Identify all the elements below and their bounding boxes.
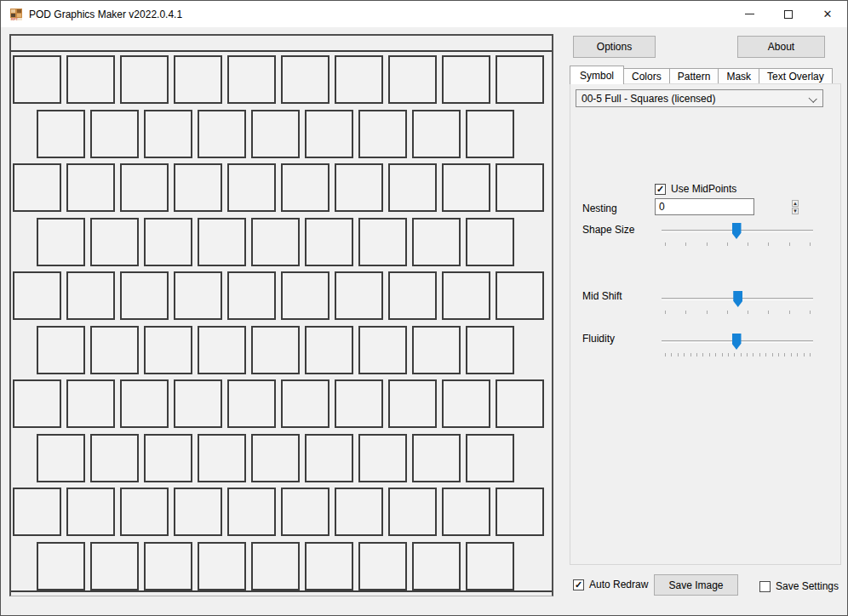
pattern-square bbox=[120, 488, 169, 536]
mid-shift-slider[interactable] bbox=[660, 291, 815, 317]
slider-tick bbox=[765, 353, 766, 356]
tab-symbol[interactable]: Symbol bbox=[570, 66, 624, 84]
pattern-square bbox=[496, 271, 544, 320]
pattern-square bbox=[13, 488, 61, 536]
spin-down-icon[interactable]: ▼ bbox=[792, 208, 799, 214]
slider-tick bbox=[715, 353, 716, 356]
pattern-square bbox=[496, 55, 544, 104]
slider-tick bbox=[768, 311, 769, 314]
pattern-square bbox=[174, 271, 222, 320]
pattern-square bbox=[174, 55, 222, 104]
pattern-square bbox=[13, 379, 61, 428]
tab-mask[interactable]: Mask bbox=[718, 68, 759, 84]
slider-tick bbox=[734, 353, 735, 356]
pattern-square bbox=[198, 326, 246, 374]
nesting-spin-buttons: ▲ ▼ bbox=[791, 199, 799, 214]
shape-size-slider[interactable] bbox=[660, 223, 815, 248]
slider-tick bbox=[797, 353, 798, 356]
use-midpoints-label: Use MidPoints bbox=[671, 183, 736, 195]
slider-tick bbox=[722, 353, 723, 356]
pattern-square bbox=[358, 110, 407, 158]
pattern-square bbox=[66, 55, 115, 104]
pattern-square bbox=[198, 218, 246, 266]
pod-app-icon: RPT bbox=[9, 8, 23, 21]
save-image-button-label: Save Image bbox=[668, 579, 723, 591]
nesting-input[interactable] bbox=[656, 199, 791, 214]
pattern-row bbox=[37, 326, 552, 374]
pattern-square bbox=[466, 326, 514, 374]
squares-pattern bbox=[11, 52, 552, 590]
about-button[interactable]: About bbox=[737, 36, 825, 58]
minimize-icon[interactable] bbox=[730, 1, 769, 27]
pattern-square bbox=[227, 488, 276, 536]
tab-text-overlay[interactable]: Text Overlay bbox=[759, 68, 833, 84]
mid-shift-slider-thumb[interactable] bbox=[733, 291, 742, 307]
pattern-square bbox=[174, 488, 222, 536]
shape-size-slider-thumb[interactable] bbox=[732, 223, 742, 239]
slider-tick bbox=[791, 353, 792, 356]
pattern-square bbox=[412, 542, 461, 590]
maximize-icon[interactable] bbox=[769, 1, 808, 27]
pattern-square bbox=[281, 271, 329, 320]
slider-tick bbox=[690, 353, 691, 356]
canvas-top-strip bbox=[11, 36, 552, 50]
save-settings-checkbox[interactable]: ✓ bbox=[759, 581, 771, 592]
pattern-square bbox=[412, 110, 461, 158]
slider-tick bbox=[753, 353, 753, 356]
slider-tick bbox=[665, 242, 666, 246]
chevron-down-icon bbox=[809, 94, 817, 103]
pattern-square bbox=[466, 110, 514, 158]
pattern-square bbox=[305, 542, 353, 590]
pattern-square bbox=[412, 326, 461, 374]
slider-tick bbox=[685, 242, 686, 246]
slider-tick bbox=[768, 242, 769, 246]
pattern-square bbox=[442, 163, 490, 212]
slider-tick bbox=[759, 353, 760, 356]
slider-tick bbox=[789, 242, 790, 246]
pattern-square bbox=[305, 110, 353, 158]
pattern-square bbox=[496, 488, 544, 536]
spin-up-icon[interactable]: ▲ bbox=[792, 200, 799, 207]
auto-redraw-checkbox-row: ✓ Auto Redraw bbox=[573, 579, 648, 590]
symbol-tab-panel: 00-5 Full - Squares (licensed) Nesting ▲… bbox=[570, 83, 841, 565]
pattern-square bbox=[90, 542, 139, 590]
slider-tick bbox=[772, 353, 773, 356]
pattern-square bbox=[66, 271, 115, 320]
pattern-row bbox=[13, 163, 552, 212]
shape-dropdown[interactable]: 00-5 Full - Squares (licensed) bbox=[576, 89, 823, 107]
pattern-square bbox=[251, 218, 300, 266]
pattern-square bbox=[388, 488, 437, 536]
pattern-square bbox=[305, 434, 353, 482]
tab-colors[interactable]: Colors bbox=[623, 68, 670, 84]
mid-shift-label: Mid Shift bbox=[582, 290, 622, 302]
slider-tick bbox=[728, 353, 729, 356]
slider-tick bbox=[709, 353, 710, 356]
save-image-button[interactable]: Save Image bbox=[654, 574, 738, 596]
pattern-square bbox=[496, 163, 544, 212]
fluidity-slider-thumb[interactable] bbox=[732, 334, 742, 350]
titlebar: RPT POD Graphics Maker v2022.0.4.1 ✕ bbox=[1, 1, 847, 27]
pattern-square bbox=[37, 110, 85, 158]
fluidity-slider[interactable] bbox=[660, 334, 815, 359]
slider-tick bbox=[702, 353, 703, 356]
pattern-square bbox=[251, 434, 300, 482]
auto-redraw-checkbox[interactable]: ✓ bbox=[573, 579, 584, 590]
pattern-row bbox=[37, 542, 552, 590]
pattern-row bbox=[37, 218, 552, 266]
options-button[interactable]: Options bbox=[573, 36, 656, 58]
use-midpoints-checkbox[interactable]: ✓ bbox=[655, 184, 666, 195]
pattern-square bbox=[90, 434, 139, 482]
slider-tick bbox=[678, 353, 679, 356]
pattern-square bbox=[466, 218, 514, 266]
pattern-square bbox=[37, 218, 85, 266]
pattern-square bbox=[388, 55, 437, 104]
close-icon[interactable]: ✕ bbox=[808, 1, 847, 27]
pattern-square bbox=[335, 163, 383, 212]
nesting-spinbox: ▲ ▼ bbox=[655, 198, 754, 215]
pattern-square bbox=[442, 55, 490, 104]
fluidity-label: Fluidity bbox=[582, 333, 615, 345]
slider-tick bbox=[727, 242, 728, 246]
options-button-label: Options bbox=[597, 41, 632, 53]
pattern-square bbox=[90, 110, 139, 158]
tab-pattern[interactable]: Pattern bbox=[669, 68, 719, 84]
